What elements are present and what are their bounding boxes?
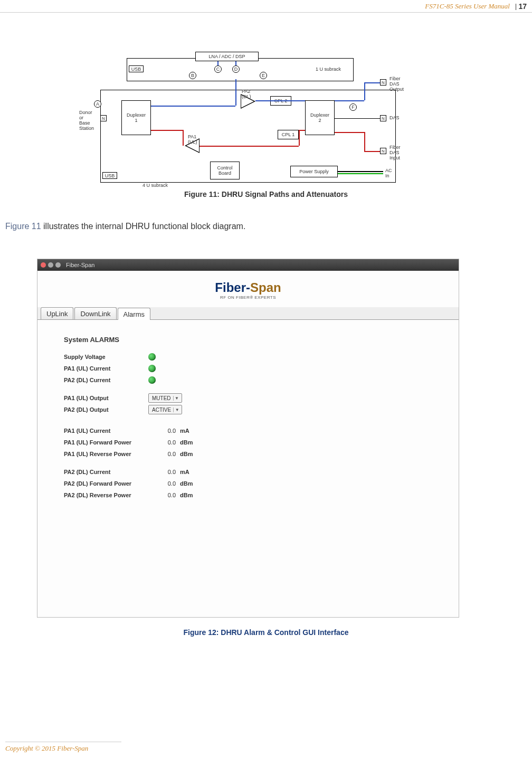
label-fiber-in: Fiber DAS Input: [390, 145, 401, 160]
block-cpl1: CPL 1: [278, 130, 299, 139]
readout-unit: dBm: [180, 439, 201, 446]
minimize-icon[interactable]: [48, 262, 53, 268]
port-n-fiberout: N: [380, 79, 386, 86]
node-f: F: [349, 103, 357, 111]
led-icon: [148, 353, 156, 361]
readout-row: PA1 (UL) Current 0.0 mA: [64, 425, 432, 437]
figure-12-gui: Fiber-Span Fiber-Span RF ON FIBER® EXPER…: [37, 259, 459, 618]
chevron-down-icon: ▼: [173, 396, 180, 401]
port-n-das: N: [380, 115, 386, 121]
tab-uplink[interactable]: UpLink: [41, 307, 73, 319]
port-n-fiberin: N: [380, 148, 386, 154]
readout-unit: dBm: [180, 492, 201, 498]
body-paragraph: Figure 11 illustrates the internal DHRU …: [0, 222, 251, 231]
doc-title: FS71C-85 Series User Manual: [425, 2, 510, 11]
node-d: D: [232, 65, 240, 73]
body-text-rest: illustrates the internal DHRU functional…: [41, 222, 246, 231]
logo-part-b: Span: [250, 280, 281, 295]
readout-row: PA2 (DL) Reverse Power 0.0 dBm: [64, 489, 432, 501]
readout-row: PA2 (DL) Current 0.0 mA: [64, 466, 432, 478]
readout-row: PA1 (UL) Forward Power 0.0 dBm: [64, 437, 432, 448]
readout-row: PA1 (UL) Reverse Power 0.0 dBm: [64, 448, 432, 460]
port-usb-bottom: USB: [102, 172, 117, 179]
block-duplexer2: Duplexer 2: [305, 100, 335, 135]
label-donor: Donor or Base Station: [79, 110, 94, 131]
alarm-label: Supply Voltage: [64, 354, 148, 360]
readout-label: PA1 (UL) Reverse Power: [64, 451, 148, 457]
port-usb-top: USB: [129, 65, 144, 72]
readout-value: 0.0: [148, 439, 180, 446]
figure-ref: Figure 11: [5, 222, 41, 231]
readout-unit: mA: [180, 428, 201, 434]
alarm-label: PA2 (DL) Current: [64, 377, 148, 383]
readout-label: PA2 (DL) Forward Power: [64, 480, 148, 487]
close-icon[interactable]: [41, 262, 46, 268]
alarm-row: PA1 (UL) Current: [64, 363, 432, 374]
readout-value: 0.0: [148, 480, 180, 487]
chevron-down-icon: ▼: [173, 408, 180, 412]
block-lna: LNA / ADC / DSP: [195, 52, 259, 61]
port-n-left: N: [100, 115, 107, 121]
node-e: E: [260, 72, 267, 79]
led-icon: [148, 376, 156, 384]
window-title: Fiber-Span: [66, 262, 94, 268]
alarm-row: PA2 (DL) Current: [64, 374, 432, 386]
readout-value: 0.0: [148, 469, 180, 475]
maximize-icon[interactable]: [55, 262, 61, 268]
page-header: FS71C-85 Series User Manual | 17: [0, 0, 532, 13]
label-das: DAS: [390, 115, 400, 120]
readout-row: PA2 (DL) Forward Power 0.0 dBm: [64, 478, 432, 489]
select-value: MUTED: [152, 395, 171, 401]
label-pa1: PA1 (UL): [188, 134, 197, 145]
output-label: PA2 (DL) Output: [64, 406, 148, 413]
readout-label: PA2 (DL) Reverse Power: [64, 492, 148, 498]
readout-unit: mA: [180, 469, 201, 475]
readout-value: 0.0: [148, 451, 180, 457]
figure-12-caption: Figure 12: DHRU Alarm & Control GUI Inte…: [0, 628, 532, 637]
readout-value: 0.0: [148, 492, 180, 498]
block-psu: Power Supply: [290, 166, 338, 177]
label-acin: AC In: [385, 168, 392, 178]
alarm-label: PA1 (UL) Current: [64, 365, 148, 372]
label-pa2: PA2 (DL): [242, 89, 251, 99]
label-1u: 1 U subrack: [316, 67, 341, 72]
output-row: PA1 (UL) Output MUTED ▼: [64, 392, 432, 404]
figure-11-diagram: LNA / ADC / DSP USB 1 U subrack B C D E …: [121, 48, 417, 185]
readout-label: PA1 (UL) Current: [64, 428, 148, 434]
label-4u: 4 U subrack: [142, 183, 168, 188]
output-label: PA1 (UL) Output: [64, 395, 148, 401]
block-control: Control Board: [210, 162, 240, 179]
window-titlebar: Fiber-Span: [37, 259, 459, 271]
node-c: C: [214, 65, 222, 73]
node-b: B: [189, 72, 196, 79]
logo-area: Fiber-Span RF ON FIBER® EXPERTS: [37, 271, 459, 307]
block-duplexer1: Duplexer 1: [121, 100, 151, 135]
tab-alarms[interactable]: Alarms: [118, 308, 150, 320]
readout-value: 0.0: [148, 428, 180, 434]
section-title: System ALARMS: [64, 336, 432, 344]
readout-label: PA1 (UL) Forward Power: [64, 439, 148, 446]
logo-tagline: RF ON FIBER® EXPERTS: [37, 295, 459, 300]
alarm-row: Supply Voltage: [64, 351, 432, 363]
readout-unit: dBm: [180, 451, 201, 457]
tab-downlink[interactable]: DownLink: [74, 307, 116, 319]
readout-label: PA2 (DL) Current: [64, 469, 148, 475]
select-value: ACTIVE: [152, 407, 171, 413]
page-number: 17: [518, 2, 527, 11]
label-fiber-out: Fiber DAS Output: [390, 76, 404, 92]
led-icon: [148, 365, 156, 372]
tab-bar: UpLink DownLink Alarms: [37, 307, 459, 320]
output-row: PA2 (DL) Output ACTIVE ▼: [64, 404, 432, 415]
copyright-footer: Copyright © 2015 Fiber-Span: [5, 742, 121, 753]
output-select-pa2[interactable]: ACTIVE ▼: [148, 405, 182, 414]
node-a: A: [94, 100, 101, 108]
figure-11-caption: Figure 11: DHRU Signal Paths and Attenua…: [0, 190, 532, 198]
readout-unit: dBm: [180, 480, 201, 487]
tab-content: System ALARMS Supply Voltage PA1 (UL) Cu…: [37, 320, 459, 517]
output-select-pa1[interactable]: MUTED ▼: [148, 393, 182, 403]
logo-part-a: Fiber-: [215, 280, 250, 295]
